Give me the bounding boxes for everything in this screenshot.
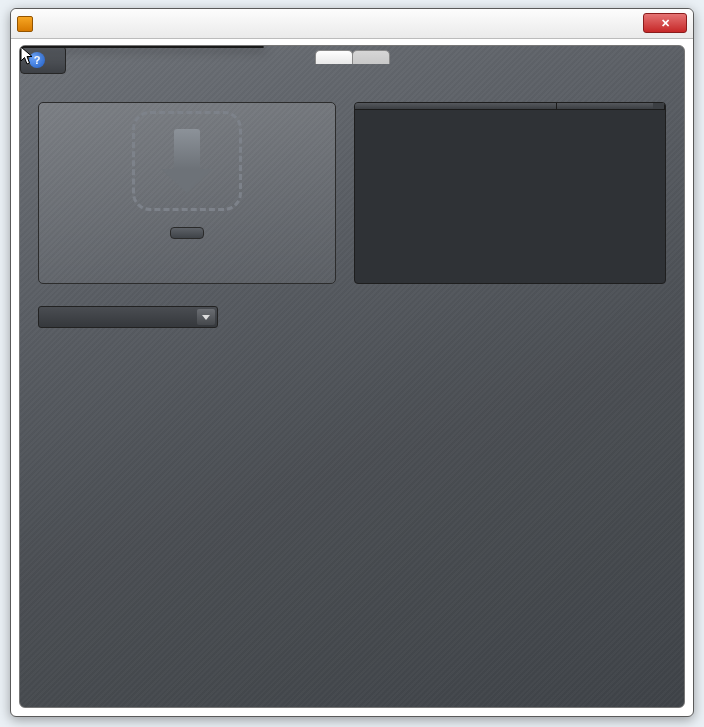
close-button[interactable]: ✕ [643, 13, 687, 33]
drop-target [132, 111, 242, 211]
footer [20, 690, 684, 701]
titlebar: ✕ [11, 9, 693, 39]
queue-header [355, 103, 665, 110]
col-state[interactable] [557, 103, 653, 109]
mouse-cursor-icon [20, 46, 34, 66]
content [38, 92, 666, 679]
download-arrow-icon [161, 129, 213, 193]
app-window: ✕ [10, 8, 694, 717]
drop-zone[interactable] [38, 102, 336, 284]
client-area: ? [19, 45, 685, 708]
quality-dropdown[interactable] [38, 306, 218, 328]
col-queued-movie[interactable] [355, 103, 557, 109]
queue-table [354, 102, 666, 284]
quality-popup [20, 46, 264, 48]
chevron-down-icon [197, 309, 215, 325]
col-spacer [653, 103, 665, 109]
close-icon: ✕ [661, 17, 670, 30]
app-icon [17, 16, 33, 32]
tab-add-movies[interactable] [315, 50, 353, 64]
tabs [315, 50, 389, 64]
tab-settings[interactable] [352, 50, 390, 64]
add-movies-button[interactable] [170, 227, 204, 239]
